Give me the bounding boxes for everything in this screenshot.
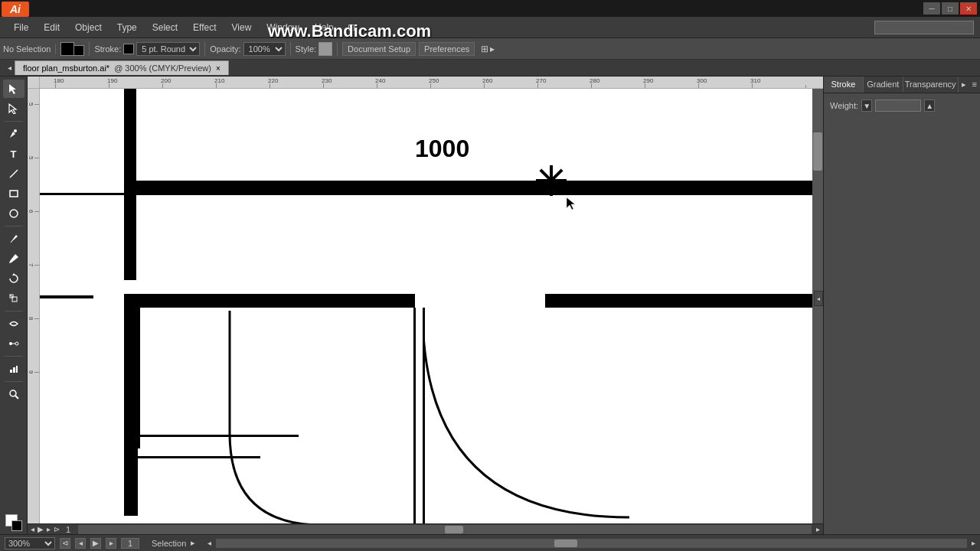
opacity-select[interactable]: 100% 75% 50%: [243, 42, 286, 56]
bottom-stub-1: [138, 456, 260, 458]
direct-select-tool[interactable]: [3, 99, 24, 118]
panel-tab-transparency[interactable]: Transparency: [903, 77, 959, 93]
search-input[interactable]: [874, 21, 974, 34]
pencil-tool[interactable]: [3, 249, 24, 268]
svg-marker-1: [9, 104, 16, 114]
h-scroll-right[interactable]: ▸: [972, 539, 975, 547]
svg-point-10: [9, 342, 12, 345]
stroke-swatch[interactable]: [123, 44, 134, 54]
app-logo: Ai: [2, 2, 29, 17]
menu-file[interactable]: File: [6, 19, 36, 36]
scroll-thumb-h[interactable]: [445, 526, 463, 533]
zoom-select[interactable]: 300% 100% 200% 50%: [5, 537, 55, 549]
menu-select[interactable]: Select: [145, 19, 185, 36]
menu-type[interactable]: Type: [109, 19, 145, 36]
document-setup-button[interactable]: Document Setup: [342, 42, 416, 56]
fill-stroke-icon: [5, 514, 22, 531]
paintbrush-tool[interactable]: [3, 230, 24, 248]
prev-page-btn[interactable]: ◂: [29, 525, 36, 533]
weight-decrement[interactable]: ▼: [861, 99, 872, 112]
bottom-wall-left: [138, 435, 299, 437]
nav-prev-prev[interactable]: ⊲: [60, 538, 70, 549]
panel-content: Weight: ▼ ▲: [824, 93, 980, 118]
maximize-button[interactable]: □: [942, 2, 959, 15]
minimize-button[interactable]: ─: [923, 2, 940, 15]
last-page-btn[interactable]: ⊳: [52, 525, 61, 533]
rv-num-5: 8: [28, 317, 34, 320]
document-tab[interactable]: floor plan_msburton.ai* @ 300% (CMYK/Pre…: [15, 60, 229, 75]
line-tool[interactable]: [3, 165, 24, 183]
right-panel-expand[interactable]: ◂: [814, 291, 823, 306]
nav-next[interactable]: ▸: [106, 538, 116, 549]
num-310: 310: [750, 77, 760, 84]
rotate-tool[interactable]: [3, 269, 24, 288]
style-swatch[interactable]: [318, 42, 332, 56]
nav-play[interactable]: ▶: [90, 538, 101, 549]
title-bar: Ai ─ □ ✕: [0, 0, 980, 17]
menu-effect[interactable]: Effect: [185, 19, 224, 36]
num-230: 230: [322, 77, 332, 84]
scrollbar-v-thumb[interactable]: [813, 132, 822, 171]
tab-close-button[interactable]: ×: [216, 64, 220, 73]
panel-tab-gradient[interactable]: Gradient: [864, 77, 903, 93]
weight-increment[interactable]: ▲: [924, 99, 935, 112]
zoom-tool[interactable]: [3, 385, 24, 403]
next-page-btn[interactable]: ▸: [45, 525, 52, 533]
page-input[interactable]: [121, 538, 139, 549]
h-scroll-left[interactable]: ◂: [207, 539, 211, 547]
dimension-label-1000: 1000: [415, 135, 469, 163]
weight-input[interactable]: [875, 99, 921, 112]
stroke-color[interactable]: [74, 45, 84, 56]
weight-row: Weight: ▼ ▲: [830, 99, 974, 112]
fill-color[interactable]: [60, 42, 74, 56]
scale-tool[interactable]: [3, 289, 24, 308]
close-button[interactable]: ✕: [960, 2, 977, 15]
nav-prev[interactable]: ◂: [75, 538, 86, 549]
select-tool[interactable]: [3, 80, 24, 98]
rv-tick-1: [34, 104, 39, 105]
stroke-group: Stroke: 5 pt. Round 1 pt. 3 pt.: [94, 42, 205, 56]
scrollbar-horizontal-container: ◂ ▶ ▸ ⊳ 1 ▸: [28, 523, 823, 534]
num-280: 280: [590, 77, 599, 84]
rv-num-3: 6: [28, 210, 34, 213]
door-arc-left: [132, 311, 423, 523]
svg-marker-0: [9, 84, 16, 94]
svg-point-11: [15, 342, 18, 345]
scroll-track-h[interactable]: [78, 525, 812, 534]
tab-mode: @ 300% (CMYK/Preview): [114, 64, 211, 73]
num-210: 210: [214, 77, 224, 84]
blend-tool[interactable]: [3, 334, 24, 353]
panel-tab-stroke[interactable]: Stroke: [824, 77, 864, 93]
ruler-top-inner: 180 190 200 210 220 230 240 250: [40, 77, 823, 88]
h-scroll-track[interactable]: [216, 539, 967, 548]
menu-bar: File Edit Object Type Select Effect View…: [0, 17, 980, 38]
play-btn[interactable]: ▶: [36, 525, 45, 533]
stroke-box[interactable]: [11, 520, 22, 531]
panel-tab-expand[interactable]: ▸: [959, 77, 969, 93]
arrangement-icons: ⊞ ▸: [481, 44, 495, 54]
preferences-button[interactable]: Preferences: [419, 42, 475, 56]
ruler-left: 5 5 6 7 8 9: [28, 89, 40, 523]
pen-tool[interactable]: [3, 125, 24, 143]
type-tool[interactable]: T: [3, 145, 24, 163]
rect-tool[interactable]: [3, 184, 24, 203]
warp-tool[interactable]: [3, 315, 24, 333]
ellipse-tool[interactable]: [3, 204, 24, 223]
rv-tick-5: [34, 318, 39, 319]
column-graph-tool[interactable]: [3, 360, 24, 378]
menu-object[interactable]: Object: [67, 19, 109, 36]
inner-wall-left-bottom: [138, 380, 140, 448]
rv-num-2: 5: [28, 156, 34, 159]
stroke-weight-select[interactable]: 5 pt. Round 1 pt. 3 pt.: [136, 42, 200, 56]
menu-edit[interactable]: Edit: [36, 19, 67, 36]
svg-point-5: [10, 210, 18, 217]
panel-options[interactable]: ≡: [969, 77, 980, 93]
door-arc-right: [423, 311, 668, 523]
right-scroll-arrow[interactable]: ▸: [815, 525, 822, 533]
num-190: 190: [107, 77, 117, 84]
menu-view[interactable]: View: [224, 19, 260, 36]
selection-group: No Selection: [3, 44, 56, 54]
left-arrow-icon[interactable]: ◂: [8, 64, 11, 72]
h-scroll-thumb[interactable]: [554, 540, 577, 547]
scrollbar-vertical[interactable]: [812, 89, 823, 523]
